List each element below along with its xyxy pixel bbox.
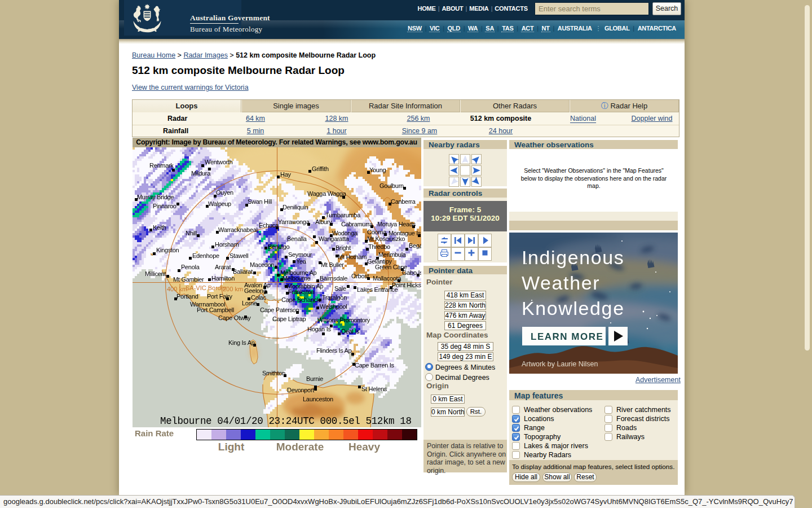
svg-text:Geelong: Geelong [244,287,267,294]
svg-text:Lorne: Lorne [242,300,257,306]
svg-text:Mallacoota: Mallacoota [373,275,401,282]
svg-text:Cape Barren Is: Cape Barren Is [355,362,395,369]
svg-text:St Helens: St Helens [361,386,387,392]
svg-text:Launceston: Launceston [303,396,333,402]
svg-text:Devonport: Devonport [287,387,314,393]
svg-text:Goulburn: Goulburn [379,182,404,189]
svg-text:Tumbarumba: Tumbarumba [325,212,361,218]
svg-text:Cooma: Cooma [367,229,387,235]
svg-text:Pinnaroo: Pinnaroo [153,203,176,209]
svg-text:Horsham: Horsham [215,241,239,248]
svg-text:400 km: 400 km [167,286,187,292]
svg-text:Benalla: Benalla [287,235,307,242]
svg-text:Melbourne 04/01/20 23:24UTC 00: Melbourne 04/01/20 23:24UTC 000.5el 512k… [160,415,412,427]
svg-text:Wentworth: Wentworth [205,159,233,165]
svg-text:LEARN MORE: LEARN MORE [531,331,603,342]
svg-text:Hamilton: Hamilton [211,275,235,282]
svg-text:Welshpool: Welshpool [320,303,347,310]
svg-text:Seymour: Seymour [288,251,312,258]
svg-text:Bairnsdale: Bairnsdale [320,275,347,282]
svg-text:Deal Is: Deal Is [341,328,360,335]
svg-text:Yea: Yea [296,258,307,265]
svg-text:Melbourne: Melbourne [283,275,310,282]
svg-text:SA-VIC Border: SA-VIC Border [186,284,227,291]
svg-text:Walpeup: Walpeup [208,200,231,207]
svg-text:Wilsons Promontory: Wilsons Promontory [317,317,370,323]
svg-text:Smithton: Smithton [262,370,285,376]
svg-text:Hogan Is: Hogan Is [307,326,331,332]
svg-text:Wangaratta: Wangaratta [319,235,350,242]
svg-text:Swan Hill: Swan Hill [248,198,272,205]
svg-text:Bega: Bega [409,242,421,249]
svg-text:Weather: Weather [522,272,600,294]
svg-text:Hay: Hay [280,171,291,178]
svg-text:Frankston: Frankston [288,288,314,295]
svg-text:Cape Liptrap: Cape Liptrap [272,316,306,322]
svg-text:Renmark: Renmark [149,162,174,169]
svg-text:Wagga Wagga: Wagga Wagga [307,190,347,197]
svg-text:King Is Ap: King Is Ap [228,339,255,346]
svg-text:Nhill: Nhill [186,230,197,237]
svg-text:Mildura: Mildura [191,170,211,177]
svg-text:Keith: Keith [153,224,166,231]
svg-text:Murray Bridge: Murray Bridge [137,194,174,200]
svg-text:Ouyen: Ouyen [216,189,233,196]
svg-text:Albury: Albury [315,218,332,225]
svg-text:Port Campbell: Port Campbell [197,306,234,313]
svg-text:Knowledge: Knowledge [522,297,625,319]
svg-text:Stawell: Stawell [230,252,248,259]
svg-text:Mt Buller: Mt Buller [321,261,344,268]
svg-text:Griffith: Griffith [312,165,329,172]
svg-text:Warracknabeal: Warracknabeal [218,226,258,233]
svg-text:Sale: Sale [334,285,346,292]
svg-text:Merimbula: Merimbula [378,251,407,258]
svg-text:Cabramurra: Cabramurra [341,221,373,227]
svg-text:Artwork by Laurie Nilsen: Artwork by Laurie Nilsen [522,360,598,368]
svg-text:Orbost: Orbost [351,273,369,279]
svg-text:Indigenous: Indigenous [522,247,624,268]
svg-text:Kingston: Kingston [156,247,179,253]
svg-text:Mt Gambier: Mt Gambier [173,276,204,283]
svg-text:Lakes Entrance: Lakes Entrance [357,286,398,293]
svg-text:Cape Schanck: Cape Schanck [281,296,320,303]
svg-text:Yarrawonga: Yarrawonga [278,218,310,225]
svg-text:Bright: Bright [336,244,351,251]
svg-text:Millicent: Millicent [145,270,166,277]
svg-text:Canberra: Canberra [391,198,416,205]
svg-text:Ballarat: Ballarat [233,268,253,275]
svg-text:Burnie: Burnie [306,375,323,382]
svg-text:200 km: 200 km [223,286,243,292]
svg-text:Thredbo: Thredbo [368,243,390,250]
svg-text:Mt Hotham: Mt Hotham [338,253,367,260]
svg-text:Penola: Penola [181,264,200,270]
svg-text:Young: Young [369,167,386,173]
svg-text:Ararat: Ararat [215,264,231,270]
svg-text:Flinders Is Ap: Flinders Is Ap [316,347,352,354]
svg-text:Deniliquin: Deniliquin [283,204,308,211]
svg-text:Macedon: Macedon [250,261,274,268]
svg-text:Edenhope: Edenhope [192,252,219,259]
svg-text:Portland: Portland [176,293,198,300]
svg-text:Traralgon: Traralgon [322,294,347,301]
svg-text:Moruya Heads: Moruya Heads [377,221,416,227]
svg-text:Cape Paterson: Cape Paterson [260,306,299,313]
svg-text:Bendigo: Bendigo [268,243,289,250]
svg-text:Mt Kosciuszko: Mt Kosciuszko [367,235,405,242]
